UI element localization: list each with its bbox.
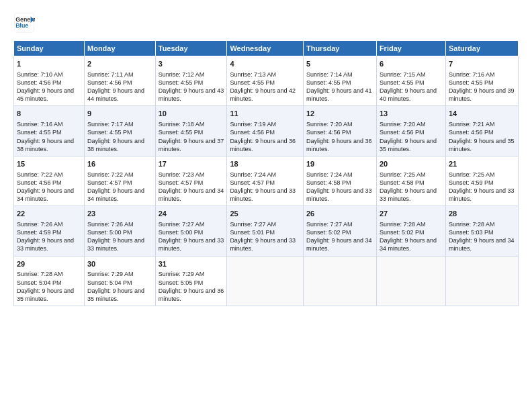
sunset-label: Sunset: 4:55 PM: [159, 79, 204, 86]
sunset-label: Sunset: 4:57 PM: [230, 179, 275, 186]
daylight-label: Daylight: 9 hours and 36 minutes.: [230, 138, 296, 152]
sunset-label: Sunset: 4:56 PM: [380, 129, 425, 136]
daylight-label: Daylight: 9 hours and 35 minutes.: [380, 138, 437, 152]
daylight-label: Daylight: 9 hours and 33 minutes.: [230, 187, 296, 202]
daylight-label: Daylight: 9 hours and 34 minutes.: [306, 237, 372, 252]
day-number: 2: [87, 59, 152, 69]
day-number: 10: [159, 109, 224, 119]
sunset-label: Sunset: 4:55 PM: [380, 79, 425, 86]
day-number: 12: [306, 109, 373, 119]
daylight-label: Daylight: 9 hours and 33 minutes.: [230, 237, 296, 252]
sunset-label: Sunset: 4:55 PM: [159, 129, 204, 136]
sunset-label: Sunset: 4:59 PM: [449, 179, 494, 186]
day-number: 1: [17, 59, 81, 69]
calendar-cell: 26Sunrise: 7:27 AMSunset: 5:02 PMDayligh…: [303, 206, 376, 256]
calendar-cell: 3Sunrise: 7:12 AMSunset: 4:55 PMDaylight…: [155, 56, 227, 106]
day-number: 23: [87, 209, 152, 219]
sunset-label: Sunset: 5:03 PM: [449, 229, 494, 236]
daylight-label: Daylight: 9 hours and 34 minutes.: [380, 237, 437, 252]
sunset-label: Sunset: 4:56 PM: [87, 79, 132, 86]
daylight-label: Daylight: 9 hours and 36 minutes.: [159, 287, 224, 302]
sunrise-label: Sunrise: 7:15 AM: [380, 71, 426, 78]
sunrise-label: Sunrise: 7:20 AM: [306, 121, 353, 128]
daylight-label: Daylight: 9 hours and 37 minutes.: [159, 138, 224, 152]
day-number: 19: [306, 159, 373, 169]
sunrise-label: Sunrise: 7:13 AM: [230, 71, 276, 78]
sunset-label: Sunset: 4:55 PM: [17, 129, 62, 136]
sunset-label: Sunset: 4:59 PM: [17, 229, 62, 236]
calendar-cell: 7Sunrise: 7:16 AMSunset: 4:55 PMDaylight…: [445, 56, 518, 106]
sunrise-label: Sunrise: 7:29 AM: [87, 271, 134, 277]
calendar-cell: [376, 256, 445, 306]
sunrise-label: Sunrise: 7:25 AM: [449, 171, 495, 178]
day-number: 21: [449, 159, 515, 169]
daylight-label: Daylight: 9 hours and 35 minutes.: [449, 138, 515, 152]
sunrise-label: Sunrise: 7:21 AM: [449, 121, 495, 128]
calendar-cell: 12Sunrise: 7:20 AMSunset: 4:56 PMDayligh…: [303, 106, 376, 156]
daylight-label: Daylight: 9 hours and 42 minutes.: [230, 87, 296, 102]
logo: General Blue: [13, 12, 35, 34]
day-number: 30: [87, 259, 152, 269]
day-number: 17: [159, 159, 224, 169]
sunset-label: Sunset: 4:58 PM: [306, 179, 351, 186]
sunrise-label: Sunrise: 7:10 AM: [17, 71, 63, 78]
sunrise-label: Sunrise: 7:12 AM: [159, 71, 205, 78]
day-number: 20: [380, 159, 443, 169]
day-number: 28: [449, 209, 515, 219]
daylight-label: Daylight: 9 hours and 33 minutes.: [306, 187, 372, 202]
calendar-cell: 13Sunrise: 7:20 AMSunset: 4:56 PMDayligh…: [376, 106, 445, 156]
sunset-label: Sunset: 5:04 PM: [17, 279, 62, 286]
day-number: 11: [230, 109, 300, 119]
daylight-label: Daylight: 9 hours and 41 minutes.: [306, 87, 372, 102]
daylight-label: Daylight: 9 hours and 34 minutes.: [159, 187, 224, 202]
sunset-label: Sunset: 4:57 PM: [159, 179, 204, 186]
day-number: 6: [380, 59, 443, 69]
calendar-cell: 20Sunrise: 7:25 AMSunset: 4:58 PMDayligh…: [376, 156, 445, 205]
day-number: 22: [17, 209, 81, 219]
sunrise-label: Sunrise: 7:14 AM: [306, 71, 353, 78]
daylight-label: Daylight: 9 hours and 33 minutes.: [159, 237, 224, 252]
calendar-cell: 15Sunrise: 7:22 AMSunset: 4:56 PMDayligh…: [14, 156, 85, 205]
daylight-label: Daylight: 9 hours and 34 minutes.: [449, 237, 515, 252]
sunrise-label: Sunrise: 7:29 AM: [159, 271, 205, 277]
sunset-label: Sunset: 4:56 PM: [306, 129, 351, 136]
sunrise-label: Sunrise: 7:22 AM: [17, 171, 63, 178]
sunset-label: Sunset: 4:58 PM: [380, 179, 425, 186]
col-header-tuesday: Tuesday: [155, 41, 227, 56]
logo-icon: General Blue: [13, 12, 35, 34]
calendar-cell: 18Sunrise: 7:24 AMSunset: 4:57 PMDayligh…: [227, 156, 304, 205]
calendar-cell: [303, 256, 376, 306]
sunset-label: Sunset: 4:57 PM: [87, 179, 132, 186]
sunrise-label: Sunrise: 7:22 AM: [87, 171, 134, 178]
col-header-friday: Friday: [376, 41, 445, 56]
sunrise-label: Sunrise: 7:28 AM: [449, 221, 495, 228]
sunset-label: Sunset: 4:55 PM: [87, 129, 132, 136]
calendar-cell: 30Sunrise: 7:29 AMSunset: 5:04 PMDayligh…: [85, 256, 156, 306]
calendar-cell: 14Sunrise: 7:21 AMSunset: 4:56 PMDayligh…: [445, 106, 518, 156]
calendar-cell: 21Sunrise: 7:25 AMSunset: 4:59 PMDayligh…: [445, 156, 518, 205]
sunset-label: Sunset: 5:05 PM: [159, 279, 204, 286]
day-number: 25: [230, 209, 300, 219]
calendar-cell: 4Sunrise: 7:13 AMSunset: 4:55 PMDaylight…: [227, 56, 304, 106]
daylight-label: Daylight: 9 hours and 35 minutes.: [17, 287, 74, 302]
daylight-label: Daylight: 9 hours and 34 minutes.: [17, 187, 74, 202]
daylight-label: Daylight: 9 hours and 44 minutes.: [87, 87, 144, 102]
sunrise-label: Sunrise: 7:23 AM: [159, 171, 205, 178]
calendar-cell: 24Sunrise: 7:27 AMSunset: 5:00 PMDayligh…: [155, 206, 227, 256]
calendar-cell: 5Sunrise: 7:14 AMSunset: 4:55 PMDaylight…: [303, 56, 376, 106]
sunrise-label: Sunrise: 7:20 AM: [380, 121, 426, 128]
daylight-label: Daylight: 9 hours and 39 minutes.: [449, 87, 515, 102]
calendar-cell: 25Sunrise: 7:27 AMSunset: 5:01 PMDayligh…: [227, 206, 304, 256]
sunset-label: Sunset: 4:56 PM: [449, 129, 494, 136]
col-header-saturday: Saturday: [445, 41, 518, 56]
sunset-label: Sunset: 5:02 PM: [380, 229, 425, 236]
calendar-cell: 16Sunrise: 7:22 AMSunset: 4:57 PMDayligh…: [85, 156, 156, 205]
sunset-label: Sunset: 4:56 PM: [17, 179, 62, 186]
sunrise-label: Sunrise: 7:18 AM: [159, 121, 205, 128]
daylight-label: Daylight: 9 hours and 36 minutes.: [306, 138, 372, 152]
daylight-label: Daylight: 9 hours and 40 minutes.: [380, 87, 437, 102]
day-number: 3: [159, 59, 224, 69]
calendar-cell: 31Sunrise: 7:29 AMSunset: 5:05 PMDayligh…: [155, 256, 227, 306]
sunset-label: Sunset: 4:55 PM: [306, 79, 351, 86]
col-header-thursday: Thursday: [303, 41, 376, 56]
